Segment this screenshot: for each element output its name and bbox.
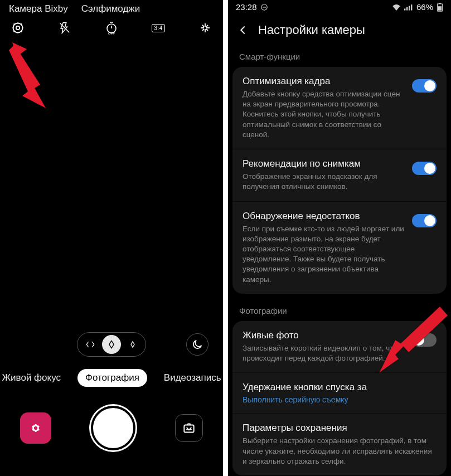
- battery-percent: 66%: [416, 2, 433, 12]
- svg-rect-22: [439, 3, 441, 4]
- mode-photo[interactable]: Фотография: [77, 369, 147, 387]
- zoom-wide-icon[interactable]: [81, 335, 100, 354]
- aspect-ratio-badge[interactable]: 3:4: [152, 24, 164, 32]
- wifi-icon: [392, 4, 401, 11]
- toggle-recommend[interactable]: [412, 162, 437, 175]
- back-icon[interactable]: [237, 24, 249, 36]
- row-link: Выполнить серийную съемку: [243, 395, 437, 404]
- card-smart: Оптимизация кадра Добавьте кнопку средст…: [232, 67, 447, 294]
- svg-rect-19: [409, 6, 410, 10]
- signal-icon: [404, 4, 413, 11]
- row-desc: Если при съемке кто-то из людей моргает …: [243, 224, 405, 285]
- svg-rect-14: [185, 425, 194, 433]
- effects-icon[interactable]: [198, 21, 212, 35]
- toggle-optimize[interactable]: [412, 79, 437, 93]
- row-title: Живые фото: [243, 330, 405, 341]
- status-time: 23:28: [236, 2, 257, 12]
- tab-bixby[interactable]: Камера Bixby: [9, 3, 68, 14]
- svg-text:OFF: OFF: [108, 32, 115, 35]
- zoom-1x-icon[interactable]: [102, 335, 121, 354]
- row-shutter-hold[interactable]: Удержание кнопки спуска за Выполнить сер…: [232, 373, 447, 414]
- shutter-bar: [0, 406, 223, 450]
- row-title: Удержание кнопки спуска за: [243, 382, 437, 393]
- row-title: Рекомендации по снимкам: [243, 158, 405, 169]
- svg-rect-18: [406, 7, 408, 11]
- row-desc: Добавьте кнопку средства оптимизации сце…: [243, 89, 405, 140]
- row-desc: Записывайте короткий видеоклип о том, чт…: [243, 343, 405, 363]
- row-recommend[interactable]: Рекомендации по снимкам Отображение экра…: [232, 149, 447, 201]
- night-mode-icon[interactable]: [186, 333, 208, 356]
- status-bar: 23:28 66%: [228, 0, 451, 13]
- card-photos: Живые фото Записывайте короткий видеокли…: [232, 321, 447, 475]
- row-desc: Отображение экранных подсказок для получ…: [243, 172, 405, 192]
- mode-selector[interactable]: Живой фокус Фотография Видеозапись: [0, 369, 223, 387]
- row-title: Оптимизация кадра: [243, 76, 405, 87]
- camera-toolbar: OFF 3:4: [0, 19, 223, 39]
- zoom-controls: [0, 332, 223, 357]
- settings-header: Настройки камеры: [228, 13, 451, 48]
- row-optimize[interactable]: Оптимизация кадра Добавьте кнопку средст…: [232, 67, 447, 149]
- svg-rect-20: [411, 4, 412, 10]
- dnd-icon: [260, 3, 268, 11]
- gallery-thumbnail[interactable]: [20, 412, 51, 444]
- flash-off-icon[interactable]: [58, 21, 71, 35]
- settings-title: Настройки камеры: [258, 23, 365, 37]
- svg-point-13: [34, 426, 37, 430]
- svg-point-1: [13, 23, 23, 33]
- switch-camera-icon[interactable]: [175, 414, 203, 442]
- settings-screen: 23:28 66% Настройки камеры Смарт-функции…: [228, 0, 451, 476]
- toggle-live-photo[interactable]: [412, 333, 437, 347]
- row-save-params[interactable]: Параметры сохранения Выберите настройки …: [232, 414, 447, 475]
- mode-video[interactable]: Видеозапись: [156, 369, 223, 387]
- svg-marker-5: [12, 42, 27, 57]
- annotation-arrow: [7, 40, 57, 113]
- section-photos: Фотографии: [228, 303, 451, 321]
- camera-app-screen: Камера Bixby Сэлфимоджи OFF 3:4: [0, 0, 223, 476]
- top-tabs: Камера Bixby Сэлфимоджи: [0, 0, 223, 19]
- mode-live-focus[interactable]: Живой фокус: [0, 369, 69, 387]
- row-title: Обнаружение недостатков: [243, 211, 405, 222]
- row-desc: Выберите настройки сохранения фотографий…: [243, 436, 437, 467]
- row-live-photo[interactable]: Живые фото Записывайте короткий видеокли…: [232, 321, 447, 373]
- gear-icon[interactable]: [11, 21, 25, 35]
- svg-rect-23: [438, 6, 442, 11]
- tab-selfiemoji[interactable]: Сэлфимоджи: [81, 3, 140, 14]
- row-title: Параметры сохранения: [243, 422, 437, 434]
- toggle-flaws[interactable]: [412, 214, 437, 227]
- svg-point-0: [16, 26, 20, 30]
- row-flaws[interactable]: Обнаружение недостатков Если при съемке …: [232, 202, 447, 294]
- zoom-2x-icon[interactable]: [123, 335, 142, 354]
- timer-off-icon[interactable]: OFF: [105, 21, 118, 35]
- shutter-button[interactable]: [91, 406, 135, 450]
- svg-rect-17: [404, 8, 405, 10]
- section-smart: Смарт-функции: [228, 48, 451, 67]
- battery-icon: [437, 3, 443, 12]
